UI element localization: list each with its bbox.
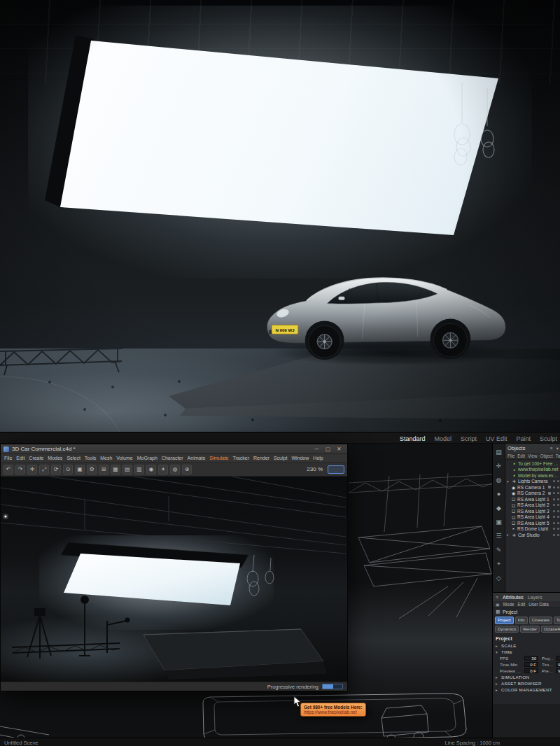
tree-item-rs-camera-2[interactable]: ◉ RS Camera 2 xyxy=(505,491,560,497)
window-title-bar[interactable]: 3D Car Commercial.c4d * ─ ▢ ✕ xyxy=(1,444,347,454)
maximize-button[interactable]: ▢ xyxy=(323,445,333,453)
visibility-dot[interactable] xyxy=(553,510,555,512)
menu-modes[interactable]: Modes xyxy=(48,456,62,460)
menu-sculpt[interactable]: Sculpt xyxy=(274,456,287,460)
time-min-field[interactable]: 0 F xyxy=(524,662,538,667)
menu-file[interactable]: File xyxy=(4,456,12,460)
visibility-dot[interactable] xyxy=(557,510,559,512)
render-view-icon[interactable]: ▣ xyxy=(75,465,85,474)
layout-tab-paint[interactable]: Paint xyxy=(516,435,531,442)
menu-character[interactable]: Character xyxy=(162,456,183,460)
tree-item-car-studio[interactable]: ▸ ✛ Car Studio xyxy=(505,532,560,538)
view-grid-icon[interactable]: ▦ xyxy=(111,465,120,474)
light-icon[interactable]: ☀ xyxy=(158,465,168,474)
tree-item-rs-area-light-3[interactable]: ▢ RS Area Light 3 xyxy=(505,508,560,514)
tree-item-note-1[interactable]: ● To get 100+ Free Models/Backdrops/HDRI… xyxy=(505,460,560,467)
chevron-down-icon[interactable]: ▾ xyxy=(496,650,499,654)
tab-attributes[interactable]: Attributes xyxy=(503,595,524,600)
menu-tools[interactable]: Tools xyxy=(85,456,96,460)
chip-cineware[interactable]: Cineware xyxy=(529,617,552,624)
snap-icon[interactable]: ⊞ xyxy=(99,465,108,474)
objects-manager-icon[interactable]: ▤ xyxy=(494,447,503,456)
visibility-dot[interactable] xyxy=(557,492,559,494)
visibility-dot[interactable] xyxy=(557,528,559,530)
visibility-dot[interactable] xyxy=(553,486,555,488)
visibility-dot[interactable] xyxy=(553,522,555,524)
chip-info[interactable]: Info xyxy=(515,617,528,624)
tree-item-note-2[interactable]: ● www.thepixellab.net xyxy=(505,467,560,473)
group-scale[interactable]: ▸ SCALE xyxy=(493,642,560,649)
layout-tab-sculpt[interactable]: Sculpt xyxy=(540,435,557,442)
list-icon[interactable]: ≡ xyxy=(550,446,553,451)
objects-menu-edit[interactable]: Edit xyxy=(517,453,525,458)
menu-create[interactable]: Create xyxy=(29,456,43,460)
chip-project[interactable]: Project xyxy=(495,617,514,624)
group-color-management[interactable]: ▸ COLOR MANAGEMENT xyxy=(493,687,560,693)
visibility-dot[interactable] xyxy=(553,492,555,494)
shading-icon[interactable]: ▥ xyxy=(134,465,144,474)
undo-icon[interactable]: ↶ xyxy=(4,465,13,474)
move-tool-icon[interactable]: ✛ xyxy=(27,465,37,474)
menu-mesh[interactable]: Mesh xyxy=(100,456,112,460)
tab-layers[interactable]: Layers xyxy=(528,595,542,600)
preview-min-field[interactable]: 0 F xyxy=(524,668,538,673)
visibility-dot[interactable] xyxy=(557,486,559,488)
render-settings-icon[interactable]: ⚙ xyxy=(87,465,97,474)
chevron-right-icon[interactable]: ▸ xyxy=(496,644,499,648)
camera-icon[interactable]: ◉ xyxy=(146,465,156,474)
objects-menu-object[interactable]: Object xyxy=(540,453,553,458)
menu-user-data[interactable]: User Data xyxy=(528,602,548,607)
viewport-icon[interactable]: ▣ xyxy=(494,517,503,526)
add-object-icon[interactable]: ⊕ xyxy=(182,465,192,474)
menu-edit[interactable]: Edit xyxy=(16,456,24,460)
layout-tab-uvedit[interactable]: UV Edit xyxy=(486,435,507,442)
menu-render[interactable]: Render xyxy=(253,456,270,460)
layout-tab-model[interactable]: Model xyxy=(434,435,451,442)
render-viewport[interactable] xyxy=(1,477,347,682)
material-manager-icon[interactable]: ◍ xyxy=(494,475,503,484)
visibility-dot[interactable] xyxy=(557,522,559,524)
timeline-icon[interactable]: ☰ xyxy=(494,531,503,540)
chevron-right-icon[interactable]: ▸ xyxy=(507,533,510,537)
coordinates-icon[interactable]: ✛ xyxy=(494,461,503,470)
scale-tool-icon[interactable]: ⤢ xyxy=(39,465,49,474)
objects-menu-tags[interactable]: Tags xyxy=(556,453,560,458)
chevron-right-icon[interactable]: ▸ xyxy=(496,675,499,680)
visibility-dot[interactable] xyxy=(553,534,555,536)
chevron-right-icon[interactable]: ▸ xyxy=(496,688,499,692)
visibility-dot[interactable] xyxy=(553,516,555,518)
group-simulation[interactable]: ▸ SIMULATION xyxy=(493,674,560,680)
layout-tab-script[interactable]: Script xyxy=(461,435,477,442)
material-icon[interactable]: ◍ xyxy=(170,465,180,474)
visibility-dot[interactable] xyxy=(557,534,559,536)
menu-select[interactable]: Select xyxy=(66,456,80,460)
menu-tracker[interactable]: Tracker xyxy=(233,456,249,460)
group-time[interactable]: ▾ TIME xyxy=(493,649,560,655)
record-icon[interactable]: ● xyxy=(494,489,503,498)
menu-volume[interactable]: Volume xyxy=(116,456,132,460)
chip-render[interactable]: Render xyxy=(520,626,540,633)
chip-todo[interactable]: To-Do xyxy=(554,617,560,624)
wireframe-icon[interactable]: ▤ xyxy=(122,465,132,474)
tree-item-rs-area-light-1[interactable]: ▢ RS Area Light 1 xyxy=(505,496,560,502)
menu-mograph[interactable]: MoGraph xyxy=(137,456,158,460)
minimize-button[interactable]: ─ xyxy=(312,445,322,453)
group-asset-browser[interactable]: ▸ ASSET BROWSER xyxy=(493,680,560,687)
tag-icon[interactable] xyxy=(548,486,551,488)
layout-tab-standard[interactable]: Standard xyxy=(400,435,426,442)
keyframe-icon[interactable]: ◆ xyxy=(494,503,503,512)
tree-item-note-3[interactable]: ● Model by www.evermotion.net xyxy=(505,472,560,479)
menu-animate[interactable]: Animate xyxy=(188,456,206,460)
redo-icon[interactable]: ↷ xyxy=(15,465,25,474)
close-button[interactable]: ✕ xyxy=(334,445,344,453)
visibility-dot[interactable] xyxy=(557,498,559,500)
fps-field[interactable]: 30 xyxy=(524,656,538,661)
edit-icon[interactable]: ✎ xyxy=(494,545,503,554)
visibility-dot[interactable] xyxy=(557,516,559,518)
objects-menu-file[interactable]: File xyxy=(507,453,514,458)
objects-menu-view[interactable]: View xyxy=(528,453,538,458)
menu-mode[interactable]: Mode xyxy=(503,602,514,607)
tree-item-rs-area-light-2[interactable]: ▢ RS Area Light 2 xyxy=(505,502,560,509)
chevron-down-icon[interactable]: ▾ xyxy=(507,479,510,484)
tree-item-lights-camera[interactable]: ▾ ✛ Lights Camera xyxy=(505,479,560,485)
